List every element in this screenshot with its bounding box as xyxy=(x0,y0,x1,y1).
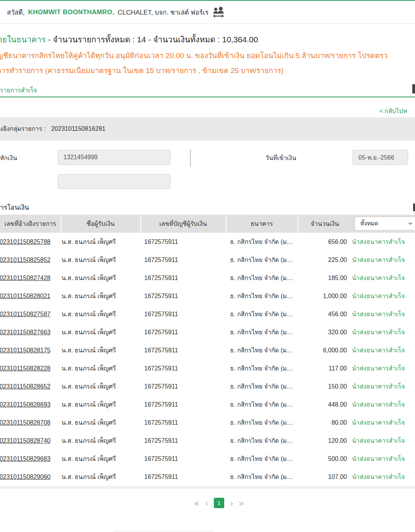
bank-name: ธ. กสิกรไทย จำกัด (ม… xyxy=(230,233,293,251)
table-row: 2023101150828652 น.ส. ธนภรณ์ เพ็ญศรี 167… xyxy=(0,377,415,395)
bank-name: ธ. กสิกรไทย จำกัด (ม… xyxy=(230,414,293,432)
notice-line-2: การทำรายการ (ค่าธรรมเนียมมาตรฐาน ในเขต 1… xyxy=(0,65,283,76)
people-switch-icon[interactable] xyxy=(212,6,225,19)
form-divider xyxy=(190,150,191,167)
pagination: « ‹ 1 › » xyxy=(12,498,415,508)
chevron-down-icon xyxy=(408,223,413,225)
bank-name: ธ. กสิกรไทย จำกัด (ม… xyxy=(230,468,293,486)
amount-value: 107.00 xyxy=(298,468,347,486)
debit-account-label: หักเงิน xyxy=(0,153,17,163)
status-badge: นำส่งธนาคารสำเร็จ xyxy=(352,341,405,359)
transfer-table-body: 2023101150825788 น.ส. ธนภรณ์ เพ็ญศรี 167… xyxy=(0,233,415,486)
bank-name: ธ. กสิกรไทย จำกัด (ม… xyxy=(230,377,293,395)
recipient-account: 1672575911 xyxy=(144,287,178,305)
transaction-ref-link[interactable]: 2023101150828652 xyxy=(0,377,50,395)
pagination-first-button[interactable]: « xyxy=(194,498,199,508)
transaction-ref-link[interactable]: 2023101150828740 xyxy=(0,432,50,450)
recipient-account: 1672575911 xyxy=(144,269,178,287)
recipient-name: น.ส. ธนภรณ์ เพ็ญศรี xyxy=(62,377,116,395)
table-row: 2023101150828175 น.ส. ธนภรณ์ เพ็ญศรี 167… xyxy=(0,341,415,359)
amount-value: 656.00 xyxy=(298,233,347,251)
status-filter-value: ทั้งหมด xyxy=(360,217,378,230)
recipient-name: น.ส. ธนภรณ์ เพ็ญศรี xyxy=(62,269,116,287)
col-header-ref: เลขที่อ้างอิงรายการ xyxy=(0,215,61,233)
clipped-icon-top xyxy=(412,84,415,93)
transaction-ref-link[interactable]: 2023101150828693 xyxy=(0,395,50,414)
pagination-next-button[interactable]: › xyxy=(230,498,233,508)
status-badge: นำส่งธนาคารสำเร็จ xyxy=(352,359,405,377)
transfer-table-header: เลขที่อ้างอิงรายการ ชื่อผู้รับเงิน เลขที… xyxy=(0,215,415,233)
status-badge: นำส่งธนาคารสำเร็จ xyxy=(352,450,405,468)
status-badge: นำส่งธนาคารสำเร็จ xyxy=(352,395,405,414)
bank-name: ธ. กสิกรไทย จำกัด (ม… xyxy=(230,287,293,305)
col-header-bank: ธนาคาร xyxy=(226,215,298,233)
transaction-ref-link[interactable]: 2023101150828228 xyxy=(0,359,50,377)
bank-name: ธ. กสิกรไทย จำกัด (ม… xyxy=(230,323,293,341)
table-row: 2023101150828693 น.ส. ธนภรณ์ เพ็ญศรี 167… xyxy=(0,395,415,414)
deposit-date-input[interactable] xyxy=(353,150,408,165)
bank-name: ธ. กสิกรไทย จำกัด (ม… xyxy=(230,432,293,450)
bank-name: ธ. กสิกรไทย จำกัด (ม… xyxy=(230,359,293,377)
table-row: 2023101150828740 น.ส. ธนภรณ์ เพ็ญศรี 167… xyxy=(0,432,415,450)
pagination-prev-button[interactable]: ‹ xyxy=(205,498,208,508)
transaction-ref-link[interactable]: 2023101150827587 xyxy=(0,305,50,323)
transaction-ref-link[interactable]: 2023101150828175 xyxy=(0,341,50,359)
company-name: CLCHALET, บจก. ชาเล่ต์ ฟอร์เร xyxy=(118,7,208,17)
status-badge: นำส่งธนาคารสำเร็จ xyxy=(352,432,405,450)
clipped-icon-section xyxy=(413,203,415,211)
amount-value: 1,000.00 xyxy=(298,287,347,305)
status-badge: นำส่งธนาคารสำเร็จ xyxy=(352,377,405,395)
recipient-name: น.ส. ธนภรณ์ เพ็ญศรี xyxy=(62,251,116,269)
table-row: 2023101150829683 น.ส. ธนภรณ์ เพ็ญศรี 167… xyxy=(0,450,415,468)
transaction-ref-link[interactable]: 2023101150829060 xyxy=(0,468,50,486)
col-header-account: เลขที่บัญชีผู้รับเงิน xyxy=(140,215,226,233)
amount-value: 320.00 xyxy=(298,323,347,341)
debit-account-input[interactable] xyxy=(58,150,170,165)
tab-successful-items[interactable]: รายการสำเร็จ xyxy=(0,85,37,95)
pagination-current-page[interactable]: 1 xyxy=(214,498,224,508)
transaction-ref-link[interactable]: 2023101150827428 xyxy=(0,269,50,287)
back-link[interactable]: < กลับไปห xyxy=(379,106,407,116)
pagination-last-button[interactable]: » xyxy=(239,498,244,508)
group-reference-value: 2023101150816281 xyxy=(51,117,105,140)
recipient-account: 1672575911 xyxy=(144,395,178,414)
transaction-ref-link[interactable]: 2023101150825852 xyxy=(0,251,50,269)
col-header-name: ชื่อผู้รับเงิน xyxy=(61,215,140,233)
recipient-name: น.ส. ธนภรณ์ เพ็ญศรี xyxy=(62,233,116,251)
table-row: 2023101150827663 น.ส. ธนภรณ์ เพ็ญศรี 167… xyxy=(0,323,415,341)
amount-value: 448.00 xyxy=(298,395,347,414)
status-badge: นำส่งธนาคารสำเร็จ xyxy=(352,287,405,305)
status-badge: นำส่งธนาคารสำเร็จ xyxy=(352,323,405,341)
status-badge: นำส่งธนาคารสำเร็จ xyxy=(352,269,405,287)
table-row: 2023101150829060 น.ส. ธนภรณ์ เพ็ญศรี 167… xyxy=(0,468,415,486)
header-separator xyxy=(61,215,62,233)
group-reference-bar: งอิงกลุ่มรายการ : 2023101150816281 xyxy=(0,117,415,140)
transaction-ref-link[interactable]: 2023101150828021 xyxy=(0,287,50,305)
amount-value: 225.00 xyxy=(298,251,347,269)
recipient-account: 1672575911 xyxy=(144,468,178,486)
transaction-ref-link[interactable]: 2023101150828708 xyxy=(0,414,50,432)
table-row: 2023101150827587 น.ส. ธนภรณ์ เพ็ญศรี 167… xyxy=(0,305,415,323)
table-row: 2023101150828708 น.ส. ธนภรณ์ เพ็ญศรี 167… xyxy=(0,414,415,432)
amount-value: 150.00 xyxy=(298,377,347,395)
status-filter-select[interactable]: ทั้งหมด xyxy=(355,217,415,230)
recipient-name: น.ส. ธนภรณ์ เพ็ญศรี xyxy=(62,395,116,414)
header-separator xyxy=(140,215,141,233)
transaction-ref-link[interactable]: 2023101150827663 xyxy=(0,323,50,341)
page-title-highlight: ายในธนาคาร xyxy=(0,35,46,44)
transaction-ref-link[interactable]: 2023101150825788 xyxy=(0,233,50,251)
bank-name: ธ. กสิกรไทย จำกัด (ม… xyxy=(230,305,293,323)
recipient-account: 1672575911 xyxy=(144,341,178,359)
table-row: 2023101150825852 น.ส. ธนภรณ์ เพ็ญศรี 167… xyxy=(0,251,415,269)
bank-name: ธ. กสิกรไทย จำกัด (ม… xyxy=(230,395,293,414)
bank-name: ธ. กสิกรไทย จำกัด (ม… xyxy=(230,269,293,287)
app-header: สวัสดี, KHOMWIT BOONTHAMRO, CLCHALET, บจ… xyxy=(0,1,415,24)
secondary-account-input[interactable] xyxy=(58,174,170,189)
status-badge: นำส่งธนาคารสำเร็จ xyxy=(352,305,405,323)
table-row: 2023101150825788 น.ส. ธนภรณ์ เพ็ญศรี 167… xyxy=(0,233,415,251)
transaction-ref-link[interactable]: 2023101150829683 xyxy=(0,450,50,468)
bank-name: ธ. กสิกรไทย จำกัด (ม… xyxy=(230,341,293,359)
status-badge: นำส่งธนาคารสำเร็จ xyxy=(352,251,405,269)
recipient-account: 1672575911 xyxy=(144,305,178,323)
recipient-name: น.ส. ธนภรณ์ เพ็ญศรี xyxy=(62,432,116,450)
